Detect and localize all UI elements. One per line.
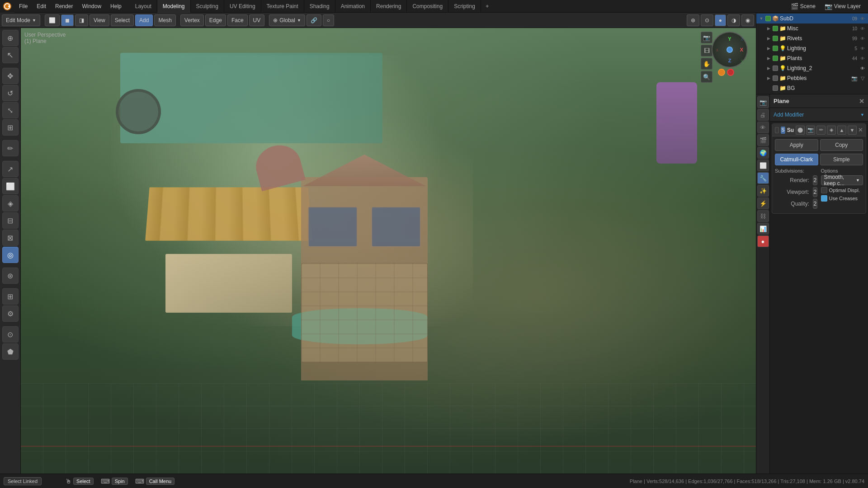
mode-dropdown[interactable]: Edit Mode ▼ <box>2 14 40 26</box>
outliner-eye-plants[interactable]: 👁 <box>859 55 866 62</box>
modifier-realtime-btn[interactable]: ⬤ <box>796 126 805 135</box>
outliner-check-misc[interactable] <box>773 26 778 31</box>
props-data-icon[interactable]: 📊 <box>757 223 769 235</box>
pan-icon[interactable]: ✋ <box>701 58 712 70</box>
camera-icon[interactable]: 📷 <box>701 32 712 43</box>
xray-toggle[interactable]: ⊙ <box>701 14 713 26</box>
overlay-toggle[interactable]: ⊛ <box>687 14 699 26</box>
outliner-item-rivets[interactable]: ▶ 📁 Rivets 99 👁 <box>756 33 868 43</box>
bevel-tool[interactable]: ◈ <box>2 195 19 211</box>
outliner-item-plants[interactable]: ▶ 📁 Plants 44 👁 <box>756 53 868 63</box>
viewport[interactable]: User Perspective (1) Plane 📷 🎞 ✋ 🔍 X Y Z… <box>21 28 756 474</box>
copy-button[interactable]: Copy <box>820 139 863 151</box>
add-workspace-button[interactable]: + <box>481 0 494 13</box>
edit-menu[interactable]: Edit <box>32 0 51 13</box>
outliner-check-plants[interactable] <box>773 56 778 61</box>
viewlayer-selector[interactable]: 📷 View Layer <box>821 2 864 11</box>
shading-solid[interactable]: ● <box>715 14 726 26</box>
props-close-btn[interactable]: ✕ <box>859 98 864 105</box>
snap-toggle[interactable]: 🔗 <box>307 14 321 26</box>
outliner-expand-subd[interactable]: ▼ <box>758 15 764 22</box>
modifier-up-btn[interactable]: ▲ <box>837 126 846 135</box>
outliner-expand-misc[interactable]: ▶ <box>765 25 772 32</box>
render-preview-icon[interactable]: 🎞 <box>701 45 712 56</box>
tab-compositing[interactable]: Compositing <box>407 0 448 13</box>
display-material[interactable]: ◨ <box>75 14 88 26</box>
outliner-expand-bg[interactable] <box>765 85 772 91</box>
modifier-toggle[interactable] <box>775 127 779 133</box>
transform-orientation[interactable]: ⊕ Global ▼ <box>269 14 305 26</box>
viewport-subdiv-value[interactable]: 2 <box>813 187 817 197</box>
uv-menu[interactable]: UV <box>249 14 265 26</box>
tab-modeling[interactable]: Modeling <box>157 0 191 13</box>
proportional-toggle[interactable]: ○ <box>323 14 334 26</box>
mesh-menu[interactable]: Mesh <box>154 14 175 26</box>
extrude-tool[interactable]: ↗ <box>2 161 19 177</box>
outliner-item-pebbles[interactable]: ▶ 📁 Pebbles 📷 ▽ <box>756 73 868 83</box>
smooth-tool[interactable]: ⊛ <box>2 267 19 284</box>
outliner-check-lighting2[interactable] <box>773 66 778 71</box>
outliner-eye-lighting2[interactable]: 👁 <box>859 65 866 72</box>
knife-tool[interactable]: ⊙ <box>2 326 19 343</box>
tab-animation[interactable]: Animation <box>335 0 371 13</box>
outliner-item-lighting[interactable]: ▶ 💡 Lighting 5 👁 <box>756 43 868 53</box>
add-modifier-row[interactable]: Add Modifier ▼ <box>770 108 868 122</box>
outliner-expand-rivets[interactable]: ▶ <box>765 35 772 42</box>
props-scene-icon[interactable]: 🎬 <box>757 134 769 146</box>
face-menu[interactable]: Face <box>227 14 248 26</box>
move-tool[interactable]: ✥ <box>2 68 19 84</box>
props-world-icon[interactable]: 🌍 <box>757 147 769 159</box>
tab-rendering[interactable]: Rendering <box>371 0 407 13</box>
navigation-gizmo[interactable]: X Y Z x y z <box>712 32 752 72</box>
props-object-icon[interactable]: ⬜ <box>757 160 769 171</box>
render-menu[interactable]: Render <box>51 0 77 13</box>
rotate-tool[interactable]: ↺ <box>2 85 19 101</box>
tab-layout[interactable]: Layout <box>130 0 157 13</box>
props-modifiers-icon[interactable]: 🔧 <box>757 172 769 184</box>
zoom-icon[interactable]: 🔍 <box>701 71 712 83</box>
props-output-icon[interactable]: 🖨 <box>757 109 769 121</box>
props-material-icon[interactable]: ● <box>757 235 769 247</box>
tab-scripting[interactable]: Scripting <box>448 0 481 13</box>
outliner-expand-lighting[interactable]: ▶ <box>765 45 772 52</box>
cursor-tool[interactable]: ⊕ <box>2 30 19 46</box>
polybuild-tool[interactable]: ⊠ <box>2 230 19 246</box>
outliner-item-bg[interactable]: 📁 BG <box>756 83 868 93</box>
add-menu[interactable]: Add <box>135 14 153 26</box>
tab-sculpting[interactable]: Sculpting <box>191 0 224 13</box>
outliner-check-pebbles[interactable] <box>773 75 778 81</box>
shear-tool[interactable]: ⊞ <box>2 288 19 305</box>
outliner-check-bg[interactable] <box>773 85 778 91</box>
annotate-tool[interactable]: ✏ <box>2 140 19 156</box>
modifier-down-btn[interactable]: ▼ <box>848 126 857 135</box>
select-menu[interactable]: Select <box>111 14 134 26</box>
outliner-expand-plants[interactable]: ▶ <box>765 55 772 61</box>
bisect-tool[interactable]: ⬟ <box>2 343 19 360</box>
rip-tool[interactable]: ⚙ <box>2 305 19 322</box>
tab-shading[interactable]: Shading <box>304 0 335 13</box>
shading-material[interactable]: ◑ <box>727 14 740 26</box>
help-menu[interactable]: Help <box>106 0 126 13</box>
catmull-clark-btn[interactable]: Catmull-Clark <box>775 154 818 165</box>
props-particles-icon[interactable]: ✨ <box>757 185 769 197</box>
outliner-eye-subd[interactable]: 👁 <box>859 15 866 22</box>
vertex-menu[interactable]: Vertex <box>180 14 204 26</box>
edge-menu[interactable]: Edge <box>205 14 226 26</box>
spin-tool[interactable]: ◎ <box>2 247 19 263</box>
scale-tool[interactable]: ⤡ <box>2 102 19 118</box>
modifier-render-btn[interactable]: 📷 <box>806 126 815 135</box>
props-render-icon[interactable]: 📷 <box>757 96 769 108</box>
transform-tool[interactable]: ⊞ <box>2 119 19 136</box>
use-creases-checkbox[interactable] <box>821 195 827 202</box>
outliner-eye-lighting[interactable]: 👁 <box>859 45 866 52</box>
outliner-eye-misc[interactable]: 👁 <box>859 25 866 32</box>
tab-texture-paint[interactable]: Texture Paint <box>261 0 304 13</box>
gizmo-circle[interactable]: X Y Z x y z <box>712 32 748 68</box>
outliner-item-lighting2[interactable]: ▶ 💡 Lighting_2 👁 <box>756 63 868 73</box>
outliner-expand-lighting2[interactable]: ▶ <box>765 65 772 71</box>
outliner-item-subd[interactable]: ▼ 📦 SubD 09 👁 <box>756 14 868 23</box>
display-solid[interactable]: ◼ <box>61 14 74 26</box>
outliner-check-rivets[interactable] <box>773 36 778 41</box>
loopcut-tool[interactable]: ⊟ <box>2 212 19 229</box>
tab-uv-editing[interactable]: UV Editing <box>224 0 261 13</box>
